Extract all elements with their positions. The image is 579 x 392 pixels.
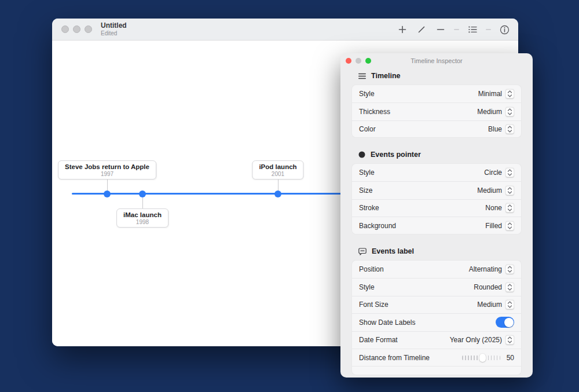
window-title-block: Untitled Edited	[101, 22, 127, 36]
setting-row-style: Style Rounded	[352, 278, 521, 295]
row-label: Date Format	[359, 336, 398, 344]
row-label: Position	[359, 265, 384, 273]
stepper-icon	[505, 283, 514, 292]
pointer-stroke-popup[interactable]: None	[485, 203, 514, 213]
stepper-icon	[505, 107, 514, 116]
setting-row-background: Background Filled	[352, 217, 521, 234]
style-popup[interactable]: Minimal	[478, 89, 514, 98]
toolbar-separator	[486, 29, 491, 30]
row-value: Year Only (2025)	[450, 336, 502, 344]
row-label: Background	[359, 222, 396, 230]
setting-row-distance-from-timeline: Distance from Timeline 50	[352, 349, 521, 366]
timeline-settings-card: Style Minimal Thickness Medium Color Blu…	[351, 85, 522, 138]
event-dot[interactable]	[139, 190, 146, 197]
row-label: Stroke	[359, 204, 379, 212]
clipped-next-row	[352, 366, 521, 375]
section-title: Events pointer	[371, 151, 421, 159]
plus-icon	[398, 25, 407, 34]
event-connector	[278, 179, 279, 191]
setting-row-date-format: Date Format Year Only (2025)	[352, 331, 521, 349]
stepper-icon	[505, 89, 514, 98]
inspector-titlebar[interactable]	[340, 53, 533, 68]
toolbar-separator	[454, 29, 459, 30]
distance-control: 50	[462, 354, 514, 362]
setting-row-color: Color Blue	[352, 120, 521, 138]
filled-circle-icon	[358, 151, 365, 158]
event-label[interactable]: Steve Jobs return to Apple 1997	[58, 160, 156, 179]
color-popup[interactable]: Blue	[488, 124, 514, 134]
close-button[interactable]	[61, 25, 69, 33]
setting-row-font-size: Font Size Medium	[352, 296, 521, 313]
list-view-button[interactable]	[467, 23, 478, 36]
event-title: iMac launch	[123, 211, 162, 218]
edit-button[interactable]	[416, 23, 427, 36]
setting-row-style: Style Circle	[352, 164, 521, 181]
zoom-button[interactable]	[85, 25, 92, 33]
stepper-icon	[505, 124, 514, 134]
row-value: Medium	[477, 186, 502, 195]
show-date-labels-toggle[interactable]	[496, 317, 514, 328]
label-position-popup[interactable]: Alternating	[469, 265, 514, 274]
events-label-card: Position Alternating Style Rounded Font …	[351, 260, 522, 375]
add-event-button[interactable]	[397, 23, 408, 36]
setting-row-thickness: Thickness Medium	[352, 102, 521, 120]
toggle-knob	[504, 318, 514, 327]
event-dot[interactable]	[104, 190, 111, 197]
list-bullet-icon	[468, 25, 478, 34]
row-value: Blue	[488, 125, 502, 133]
event-year: 2001	[259, 171, 296, 177]
minus-icon	[436, 25, 445, 34]
event-title: iPod launch	[259, 163, 296, 170]
stepper-icon	[505, 265, 514, 274]
minimize-button[interactable]	[356, 58, 361, 64]
row-value: Rounded	[474, 283, 502, 291]
pointer-background-popup[interactable]: Filled	[485, 221, 514, 230]
event-connector	[107, 179, 108, 191]
events-pointer-card: Style Circle Size Medium Stroke None	[351, 163, 522, 235]
setting-row-show-date-labels: Show Date Labels	[352, 313, 521, 331]
window-subtitle: Edited	[101, 30, 127, 36]
stepper-icon	[505, 168, 514, 177]
row-value: Alternating	[469, 265, 502, 273]
row-label: Thickness	[359, 108, 390, 116]
close-button[interactable]	[346, 58, 351, 64]
remove-event-button[interactable]	[435, 23, 446, 36]
section-title: Events label	[372, 247, 414, 255]
slider-knob[interactable]	[479, 354, 486, 362]
stepper-icon	[505, 335, 514, 345]
row-label: Color	[359, 125, 376, 133]
row-label: Size	[359, 186, 372, 195]
event-year: 1998	[123, 219, 162, 225]
timeline-inspector-panel: Timeline Inspector Timeline Style Minima…	[340, 53, 533, 378]
setting-row-style: Style Minimal	[352, 85, 521, 102]
label-style-popup[interactable]: Rounded	[474, 283, 514, 292]
row-label: Style	[359, 283, 375, 291]
date-format-popup[interactable]: Year Only (2025)	[450, 335, 514, 345]
row-value: Circle	[484, 168, 502, 177]
hamburger-icon	[358, 73, 366, 79]
stepper-icon	[505, 203, 514, 213]
zoom-button[interactable]	[365, 58, 371, 64]
event-dot[interactable]	[274, 190, 281, 197]
event-label[interactable]: iMac launch 1998	[116, 208, 168, 228]
thickness-popup[interactable]: Medium	[477, 107, 514, 116]
pencil-icon	[417, 25, 426, 34]
slider-value: 50	[504, 354, 514, 362]
pointer-style-popup[interactable]: Circle	[484, 168, 514, 177]
section-header-events-pointer: Events pointer	[358, 149, 421, 160]
setting-row-position: Position Alternating	[352, 261, 521, 278]
section-header-events-label: Events label	[358, 246, 414, 257]
setting-row-size: Size Medium	[352, 181, 521, 199]
traffic-lights	[61, 25, 92, 33]
stepper-icon	[505, 186, 514, 195]
pointer-size-popup[interactable]: Medium	[477, 186, 514, 195]
window-title: Untitled	[101, 22, 127, 30]
titlebar[interactable]: Untitled Edited	[52, 19, 518, 41]
minimize-button[interactable]	[73, 25, 80, 33]
info-button[interactable]	[499, 23, 510, 36]
distance-slider[interactable]	[462, 354, 500, 362]
event-label[interactable]: iPod launch 2001	[252, 160, 303, 179]
label-font-size-popup[interactable]: Medium	[477, 300, 514, 309]
row-value: None	[485, 204, 502, 212]
event-year: 1997	[65, 171, 149, 177]
